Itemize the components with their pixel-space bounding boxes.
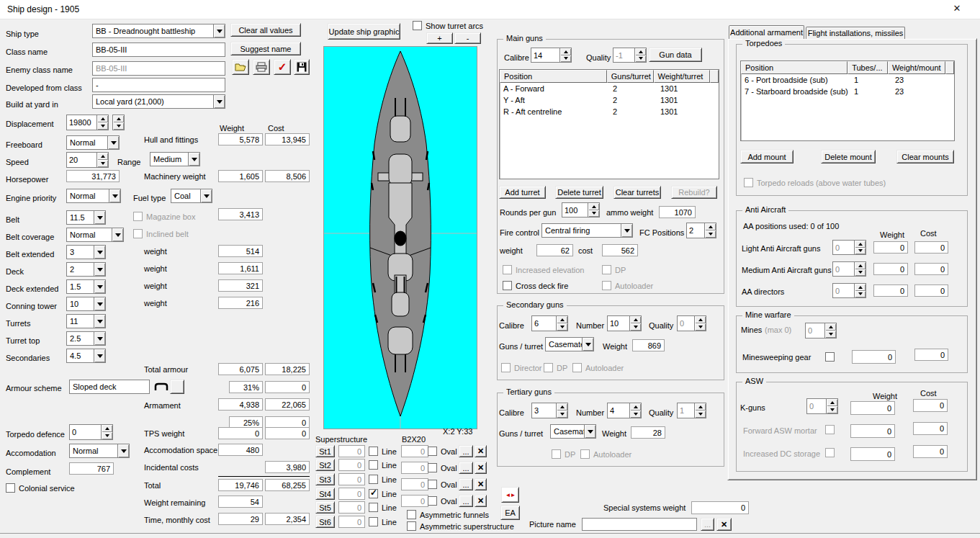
update-ship-graphic-button[interactable]: Update ship graphic — [328, 23, 400, 40]
secondary-quality-stepper[interactable]: 0 — [677, 315, 706, 331]
spin-down-icon[interactable] — [855, 291, 866, 298]
funnel3-oval-checkbox[interactable]: Oval — [428, 480, 457, 489]
main-quality-value[interactable]: -1 — [613, 48, 634, 62]
spin-up-icon[interactable] — [635, 48, 646, 55]
spin-down-icon[interactable] — [855, 269, 866, 277]
cross-deck-fire-checkbox[interactable]: Cross deck fire — [503, 281, 568, 290]
main-quality-stepper[interactable]: -1 — [613, 48, 647, 63]
picture-name-input[interactable] — [582, 518, 697, 531]
chevron-down-icon[interactable] — [94, 263, 105, 276]
freeboard-select[interactable]: Normal — [66, 135, 120, 150]
developed-from-input[interactable]: - — [92, 78, 225, 92]
turrets-select[interactable]: 11 — [66, 314, 106, 328]
fire-control-select[interactable]: Central firing — [541, 223, 633, 238]
picture-browse-button[interactable]: ... — [701, 518, 714, 531]
asymmetric-superstructure-checkbox[interactable]: Asymmetric superstructure — [407, 521, 514, 531]
chevron-down-icon[interactable] — [94, 332, 105, 345]
cell-position[interactable]: Y - Aft — [500, 94, 609, 106]
spin-down-icon[interactable] — [635, 55, 646, 63]
spin-down-icon[interactable] — [557, 323, 567, 331]
spin-up-icon[interactable] — [705, 223, 716, 230]
spin-up-icon[interactable] — [855, 284, 866, 291]
checkbox-icon[interactable] — [428, 463, 437, 472]
chevron-down-icon[interactable] — [94, 297, 105, 310]
cell-guns[interactable]: 2 — [609, 106, 657, 117]
asymmetric-funnels-checkbox[interactable]: Asymmetric funnels — [407, 510, 489, 519]
torpedo-defence-stepper[interactable]: 0 — [69, 424, 113, 440]
cell-position[interactable]: A - Forward — [500, 83, 609, 94]
mines-value[interactable]: 0 — [806, 323, 824, 338]
light-aa-stepper[interactable]: 0 — [832, 240, 866, 255]
main-calibre-stepper[interactable]: 14 — [531, 48, 572, 63]
class-name-input[interactable]: BB-05-III — [92, 42, 225, 57]
st3-line-checkbox[interactable]: Line — [369, 475, 397, 484]
spin-up-icon[interactable] — [560, 48, 571, 55]
spin-up-icon[interactable] — [588, 203, 599, 210]
funnel1-browse-button[interactable]: ... — [459, 445, 473, 457]
tertiary-mount-select[interactable]: Casemates — [550, 424, 596, 439]
st6-line-checkbox[interactable]: Line — [369, 517, 397, 526]
clear-mounts-button[interactable]: Clear mounts — [896, 150, 954, 163]
column-header-guns[interactable]: Guns/turret — [607, 70, 654, 83]
table-row[interactable]: A - Forward 2 1301 — [500, 83, 719, 94]
zoom-in-button[interactable]: + — [426, 32, 453, 44]
chevron-down-icon[interactable] — [94, 280, 105, 293]
spin-down-icon[interactable] — [825, 331, 836, 338]
st1-button[interactable]: St1 — [315, 445, 335, 457]
secondary-quality-value[interactable]: 0 — [678, 316, 694, 331]
chevron-down-icon[interactable] — [213, 95, 225, 108]
delete-mount-button[interactable]: Delete mount — [821, 150, 876, 163]
medium-aa-value[interactable]: 0 — [833, 262, 854, 276]
checkbox-checked-icon[interactable] — [369, 489, 378, 498]
column-header-tubes[interactable]: Tubes/... — [848, 61, 888, 74]
column-header-weight[interactable]: Weight/turret — [654, 70, 710, 83]
ship-type-select[interactable]: BB - Dreadnought battleship — [92, 24, 225, 38]
armour-scheme-icon[interactable] — [154, 382, 168, 394]
rounds-per-gun-stepper[interactable]: 100 — [562, 202, 600, 218]
secondary-number-value[interactable]: 10 — [608, 316, 629, 331]
secondary-calibre-stepper[interactable]: 6 — [531, 315, 568, 331]
belt-extended-select[interactable]: 3 — [66, 245, 106, 259]
cell-tubes[interactable]: 1 — [850, 86, 891, 97]
rounds-per-gun-value[interactable]: 100 — [562, 203, 588, 217]
checkbox-icon[interactable] — [369, 460, 378, 470]
spin-up-icon[interactable] — [557, 403, 567, 411]
funnel3-delete-button[interactable]: ✕ — [475, 478, 487, 490]
st1-line-checkbox[interactable]: Line — [369, 447, 397, 456]
clear-all-values-button[interactable]: Clear all values — [230, 23, 301, 37]
spin-up-icon[interactable] — [825, 323, 836, 331]
st4-line-checkbox[interactable]: Line — [369, 489, 397, 498]
secondaries-select[interactable]: 4.5 — [66, 349, 106, 363]
open-file-button[interactable] — [232, 59, 249, 75]
show-turret-arcs-checkbox[interactable]: Show turret arcs — [413, 21, 483, 30]
cell-position[interactable]: 6 - Port broadside (sub) — [741, 74, 850, 86]
column-header-position[interactable]: Position — [500, 70, 607, 83]
checkbox-icon[interactable] — [369, 475, 378, 484]
checkbox-icon[interactable] — [407, 521, 416, 531]
funnel4-delete-button[interactable]: ✕ — [475, 495, 487, 507]
cell-guns[interactable]: 2 — [609, 83, 657, 94]
colonial-service-checkbox[interactable]: Colonial service — [6, 483, 75, 493]
fc-positions-value[interactable]: 2 — [687, 223, 704, 238]
light-aa-value[interactable]: 0 — [833, 241, 854, 254]
add-mount-button[interactable]: Add mount — [740, 150, 794, 163]
build-yard-select[interactable]: Local yard (21,000) — [92, 94, 225, 109]
chevron-down-icon[interactable] — [94, 246, 105, 259]
displacement-coarse-stepper[interactable] — [112, 115, 125, 130]
table-row[interactable]: R - Aft centreline 2 1301 — [500, 106, 719, 117]
checkbox-icon[interactable] — [369, 517, 378, 526]
checkbox-icon[interactable] — [369, 503, 378, 512]
funnel4-oval-checkbox[interactable]: Oval — [428, 496, 457, 506]
cell-weight[interactable]: 1301 — [657, 83, 714, 94]
spin-down-icon[interactable] — [97, 122, 108, 130]
st3-button[interactable]: St3 — [315, 473, 335, 485]
funnel2-delete-button[interactable]: ✕ — [475, 462, 487, 474]
spin-up-icon[interactable] — [855, 241, 866, 248]
spin-up-icon[interactable] — [630, 403, 641, 411]
table-row[interactable]: 7 - Starboard broadside (sub) 1 23 — [741, 86, 954, 97]
spin-down-icon[interactable] — [588, 210, 599, 218]
accomodation-select[interactable]: Normal — [69, 444, 130, 458]
spin-down-icon[interactable] — [855, 248, 866, 255]
kguns-value[interactable]: 0 — [807, 399, 826, 413]
cell-tubes[interactable]: 1 — [850, 74, 891, 86]
